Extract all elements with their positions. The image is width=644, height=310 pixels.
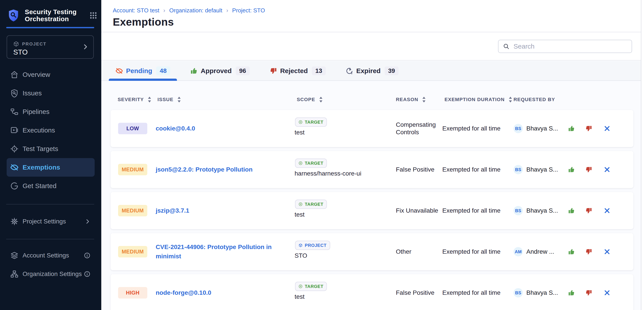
layers-icon [10,251,18,260]
sidebar-item-project-settings[interactable]: Project Settings [0,213,101,230]
scope-badge-target: TARGET [295,200,327,209]
sidebar-item-pipelines[interactable]: Pipelines [0,102,101,121]
requested-by-cell: BS Bhavya S... [514,274,558,310]
clock-expired-icon [346,67,353,75]
reject-button[interactable] [585,151,592,188]
breadcrumb-organization[interactable]: Organization: default [169,7,222,14]
duration-cell: Exempted for all time [442,151,513,188]
sidebar-nav: Overview Issues Pipelines Executions Tes… [0,65,101,195]
sort-icon[interactable] [422,97,426,102]
target-dot-icon [298,284,302,288]
duration-cell: Exempted for all time [442,110,513,147]
cube-icon [298,243,302,247]
cancel-button[interactable] [604,274,610,310]
column-header-reason[interactable]: REASON [396,97,426,102]
sort-icon[interactable] [509,97,512,102]
issue-link[interactable]: CVE-2021-44906: Prototype Pollution in m… [156,242,291,261]
tab-pending[interactable]: Pending 48 [109,61,177,81]
cancel-button[interactable] [604,192,610,229]
sidebar-item-account-settings[interactable]: Account Settings [0,247,101,264]
table-row: MEDIUM json5@2.2.0: Prototype Pollution … [110,151,634,188]
home-icon [10,70,18,79]
sidebar-item-exemptions[interactable]: Exemptions [7,158,95,177]
reject-button[interactable] [585,192,592,229]
tab-expired[interactable]: Expired 39 [339,61,405,81]
sidebar-item-executions[interactable]: Executions [0,121,101,140]
duration-cell: Exempted for all time [442,274,513,310]
sidebar-item-get-started[interactable]: Get Started [0,177,101,195]
pipeline-icon [10,108,18,116]
column-header-severity[interactable]: SEVERITY [118,97,151,102]
column-header-scope[interactable]: SCOPE [297,97,323,102]
requester-name: Bhavya S... [526,166,558,173]
column-header-requested-by: REQUESTED BY [514,97,555,102]
thumbs-down-icon [585,166,592,173]
breadcrumb-separator: › [164,7,166,14]
sidebar-item-issues[interactable]: Issues [0,84,101,102]
tab-rejected[interactable]: Rejected 13 [263,61,332,81]
sidebar-item-organization-settings[interactable]: Organization Settings [0,266,101,282]
requested-by-cell: BS Bhavya S... [514,110,558,147]
approve-button[interactable] [568,110,575,147]
avatar: BS [514,206,523,215]
requested-by-cell: BS Bhavya S... [514,151,558,188]
sort-icon[interactable] [319,97,323,102]
info-icon[interactable] [84,271,91,278]
thumbs-down-icon [585,207,592,214]
cancel-button[interactable] [604,233,610,270]
column-header-issue[interactable]: ISSUE [158,97,181,102]
sort-icon[interactable] [148,97,151,102]
sidebar-item-overview[interactable]: Overview [0,65,101,84]
reject-button[interactable] [585,233,592,270]
issue-link[interactable]: node-forge@0.10.0 [156,288,211,298]
gear-icon [10,217,18,226]
thumbs-down-icon [270,67,277,75]
tab-approved[interactable]: Approved 96 [184,61,256,81]
requester-name: Bhavya S... [526,125,558,132]
scope-badge-project: PROJECT [295,241,330,250]
reason-cell: Fix Unavailable [396,192,444,229]
close-icon [604,248,610,255]
approve-button[interactable] [568,151,575,188]
info-icon[interactable] [84,252,91,259]
cancel-button[interactable] [604,151,610,188]
sort-icon[interactable] [177,97,181,102]
thumbs-down-icon [585,289,592,296]
search-input[interactable]: Search [498,40,632,53]
issue-link[interactable]: cookie@0.4.0 [156,124,195,133]
thumbs-up-icon [568,207,575,214]
scrollbar[interactable] [641,0,644,310]
table-row: HIGH node-forge@0.10.0 TARGET test False… [110,274,634,310]
sidebar-item-test-targets[interactable]: Test Targets [0,140,101,158]
breadcrumb-project[interactable]: Project: STO [232,7,265,14]
reject-button[interactable] [585,110,592,147]
reject-button[interactable] [585,274,592,310]
approve-button[interactable] [568,233,575,270]
issue-link[interactable]: json5@2.2.0: Prototype Pollution [156,165,252,174]
close-icon [604,166,610,173]
severity-badge: MEDIUM [118,164,147,175]
approve-button[interactable] [568,274,575,310]
issue-link[interactable]: jszip@3.7.1 [156,206,189,215]
toolbar: Search [101,33,641,60]
target-dot-icon [298,120,302,124]
thumbs-up-icon [568,248,575,255]
cancel-button[interactable] [604,110,610,147]
project-selector[interactable]: PROJECT STO [7,35,94,59]
requested-by-cell: AM Andrew ... [514,233,554,270]
shield-search-icon [10,89,18,97]
requested-by-cell: BS Bhavya S... [514,192,558,229]
project-cube-icon [13,41,19,47]
breadcrumb-account[interactable]: Account: STO test [113,7,160,14]
thumbs-up-icon [568,166,575,173]
scope-badge-target: TARGET [295,282,327,291]
module-grid-icon[interactable] [90,12,97,19]
table-row: LOW cookie@0.4.0 TARGET test Compensatin… [110,110,634,147]
approve-button[interactable] [568,192,575,229]
app-title: Security Testing Orchestration [25,8,76,22]
column-header-exemption-duration[interactable]: EXEMPTION DURATION [444,97,512,102]
reason-cell: Compensating Controls [396,110,444,147]
duration-cell: Exempted for all time [442,192,513,229]
close-icon [604,290,610,296]
reason-cell: False Positive [396,151,444,188]
